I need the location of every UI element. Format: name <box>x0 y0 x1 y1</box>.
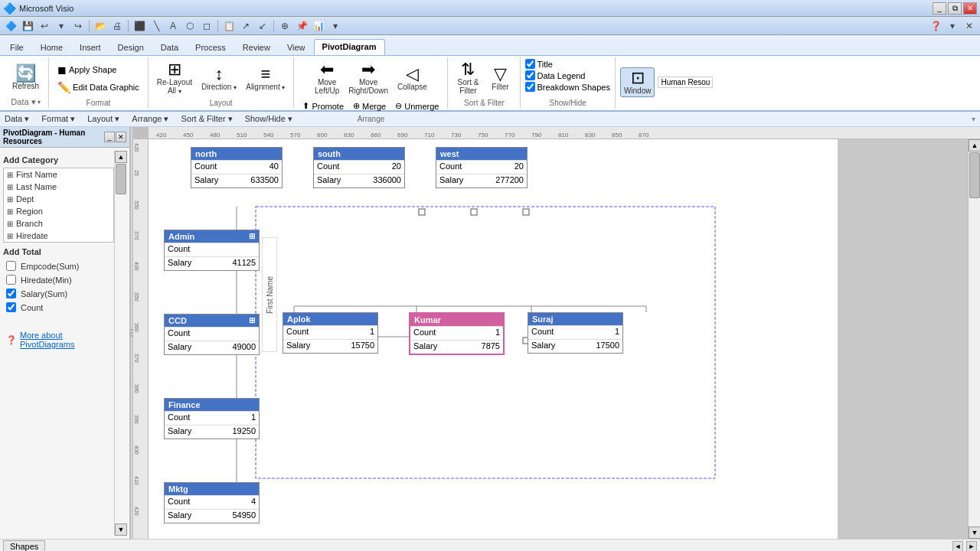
qa-text-button[interactable]: A <box>165 18 181 34</box>
help-link[interactable]: ❓ More about PivotDiagrams <box>3 329 114 350</box>
breakdown-checkbox-label[interactable]: Breakdown Shapes <box>525 82 609 92</box>
tab-review[interactable]: Review <box>234 40 279 55</box>
qa-help-button[interactable]: ❓ <box>928 18 943 34</box>
qa-open-button[interactable]: 📂 <box>93 18 108 34</box>
unmerge-button[interactable]: ⊖ Unmerge <box>391 99 443 113</box>
direction-button[interactable]: ↕ Direction ▾ <box>198 64 240 93</box>
edit-data-graphic-button[interactable]: ✏️ Edit Data Graphic <box>54 79 143 96</box>
admin-expand[interactable]: ⊞ <box>249 232 255 241</box>
node-admin[interactable]: Admin ⊞ Count Salary 41125 <box>164 230 260 271</box>
filter-button[interactable]: ▽ Filter <box>485 64 515 93</box>
ccd-expand[interactable]: ⊞ <box>249 316 255 325</box>
diagram-viewport[interactable]: north Count 40 Salary 633500 south <box>149 139 968 539</box>
sub-expand[interactable]: ▾ <box>972 115 975 123</box>
qa-sep2 <box>128 20 129 32</box>
qa-extra4[interactable]: ↗ <box>238 18 253 34</box>
qa-extra8[interactable]: 📊 <box>311 18 326 34</box>
category-icon-firstname: ⊞ <box>7 171 13 179</box>
shapes-tab[interactable]: Shapes <box>3 540 45 552</box>
total-hiredate[interactable]: Hiredate(Min) <box>3 273 114 286</box>
node-finance[interactable]: Finance Count 1 Salary 19250 <box>164 398 260 439</box>
category-item-region[interactable]: ⊞ Region <box>4 205 113 217</box>
promote-button[interactable]: ⬆ Promote <box>299 99 348 113</box>
qa-save-button[interactable]: 💾 <box>20 18 35 34</box>
vscroll-thumb[interactable] <box>969 152 980 198</box>
panel-resize-right[interactable]: ► <box>966 541 977 552</box>
qa-extra3[interactable]: 📋 <box>221 18 237 34</box>
apply-shape-button[interactable]: ◼ Apply Shape <box>54 61 143 78</box>
tab-home[interactable]: Home <box>32 40 71 55</box>
qa-visio-icon[interactable]: 🔷 <box>3 18 18 34</box>
panel-scroll-down[interactable]: ▼ <box>115 523 127 536</box>
category-item-hiredate[interactable]: ⊞ Hiredate <box>4 230 113 242</box>
node-mktg[interactable]: Mktg Count 4 Salary 54950 <box>164 482 260 523</box>
qa-connector-button[interactable]: ╲ <box>149 18 164 34</box>
tab-pivotdiagram[interactable]: PivotDiagram <box>314 39 385 55</box>
qa-ribbon-button[interactable]: ▾ <box>945 18 960 34</box>
qa-extra9[interactable]: ▾ <box>328 18 343 34</box>
empcode-checkbox[interactable] <box>6 261 16 271</box>
category-item-firstname[interactable]: ⊞ First Name <box>4 168 113 181</box>
qa-redo-button[interactable]: ↪ <box>70 18 86 34</box>
alignment-button[interactable]: ≡ Alignment ▾ <box>242 64 289 93</box>
title-checkbox-label[interactable]: Title <box>525 59 552 69</box>
qa-close-ribbon[interactable]: ✕ <box>962 18 977 34</box>
node-aplok[interactable]: Aplok Count 1 Salary 15750 <box>283 312 378 354</box>
tab-view[interactable]: View <box>279 40 314 55</box>
tab-data[interactable]: Data <box>152 40 187 55</box>
qa-extra1[interactable]: ⬡ <box>182 18 198 34</box>
collapse-button[interactable]: ◁ Collapse <box>394 64 431 93</box>
qa-print-button[interactable]: 🖨 <box>109 18 125 34</box>
vscroll-track[interactable] <box>969 152 980 527</box>
node-south[interactable]: south Count 20 Salary 336000 <box>313 147 405 188</box>
qa-extra7[interactable]: 📌 <box>294 18 309 34</box>
qa-shapes-button[interactable]: ⬛ <box>132 18 147 34</box>
qa-undo-arrow[interactable]: ▾ <box>54 18 69 34</box>
category-item-branch[interactable]: ⊞ Branch <box>4 217 113 230</box>
node-kumar[interactable]: Kumar Count 1 Salary 7875 <box>409 312 505 355</box>
datalegend-checkbox[interactable] <box>525 70 535 80</box>
tab-file[interactable]: File <box>2 40 32 55</box>
close-button[interactable]: ✕ <box>963 2 977 15</box>
node-ccd[interactable]: CCD ⊞ Count Salary 49000 <box>164 314 260 355</box>
total-salary[interactable]: Salary(Sum) <box>3 287 114 300</box>
total-count[interactable]: Count <box>3 301 114 314</box>
window-button[interactable]: ⊡ Window <box>620 67 655 97</box>
vscroll-down[interactable]: ▼ <box>969 527 980 539</box>
restore-button[interactable]: ⧉ <box>948 2 962 15</box>
move-right-down-button[interactable]: ➡ MoveRight/Down <box>345 59 392 97</box>
vscroll-up[interactable]: ▲ <box>969 139 980 152</box>
hiredate-checkbox[interactable] <box>6 275 16 285</box>
breakdown-checkbox[interactable] <box>525 82 535 92</box>
count-checkbox[interactable] <box>6 302 16 312</box>
title-checkbox[interactable] <box>525 59 535 69</box>
node-suraj[interactable]: Suraj Count 1 Salary 17500 <box>528 312 623 354</box>
tab-design[interactable]: Design <box>109 40 152 55</box>
panel-scroll-thumb[interactable] <box>116 164 126 194</box>
salary-checkbox[interactable] <box>6 289 16 298</box>
total-empcode[interactable]: Empcode(Sum) <box>3 259 114 272</box>
qa-extra6[interactable]: ⊕ <box>277 18 292 34</box>
panel-scroll-track[interactable] <box>115 163 126 523</box>
panel-resize-left[interactable]: ◄ <box>952 541 963 552</box>
refresh-button[interactable]: 🔄 Refresh <box>8 63 43 93</box>
tab-insert[interactable]: Insert <box>71 40 109 55</box>
merge-button[interactable]: ⊕ Merge <box>349 99 390 113</box>
datalegend-checkbox-label[interactable]: Data Legend <box>525 70 585 80</box>
node-west[interactable]: west Count 20 Salary 277200 <box>436 147 528 188</box>
qa-undo-button[interactable]: ↩ <box>37 18 52 34</box>
move-left-up-button[interactable]: ⬅ MoveLeft/Up <box>311 59 343 97</box>
diagram-canvas[interactable]: north Count 40 Salary 633500 south <box>149 139 838 539</box>
tab-process[interactable]: Process <box>187 40 234 55</box>
panel-minimize[interactable]: _ <box>104 132 115 142</box>
qa-extra5[interactable]: ↙ <box>255 18 270 34</box>
panel-scroll-up[interactable]: ▲ <box>115 151 127 163</box>
panel-close[interactable]: ✕ <box>116 132 126 142</box>
relayout-button[interactable]: ⊞ Re-LayoutAll ▾ <box>153 59 196 97</box>
qa-extra2[interactable]: ◻ <box>199 18 214 34</box>
minimize-button[interactable]: _ <box>933 2 946 15</box>
sort-filter-button[interactable]: ⇅ Sort &Filter <box>452 59 483 97</box>
category-item-lastname[interactable]: ⊞ Last Name <box>4 181 113 193</box>
node-north[interactable]: north Count 40 Salary 633500 <box>191 147 283 188</box>
category-item-dept[interactable]: ⊞ Dept <box>4 193 113 205</box>
